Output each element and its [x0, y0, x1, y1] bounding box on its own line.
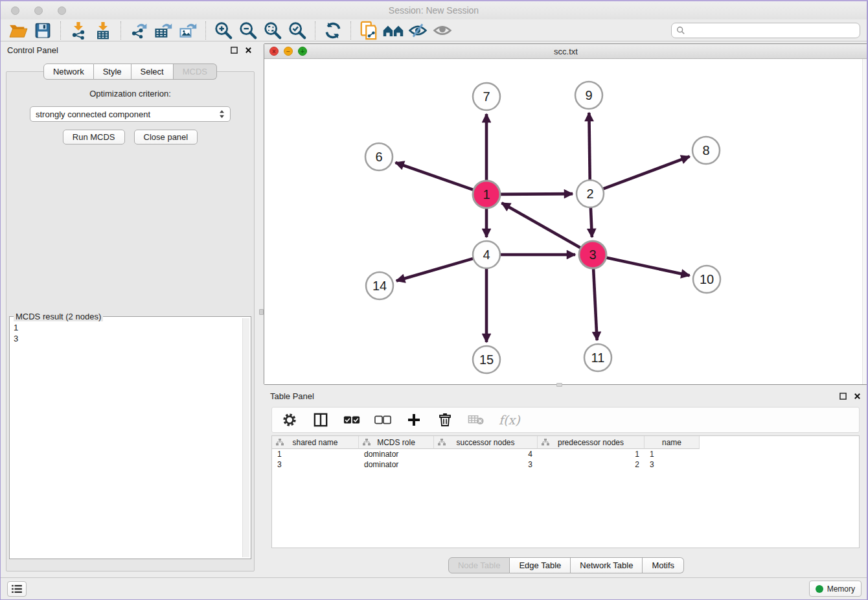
- optimization-criterion-label: Optimization criterion:: [6, 89, 254, 98]
- control-panel-tabs: NetworkStyleSelectMCDS: [1, 63, 260, 80]
- title-bar: Session: New Session: [1, 1, 867, 19]
- column-header-MCDS-role[interactable]: MCDS role: [359, 436, 434, 449]
- graph-edge-3-1[interactable]: [501, 203, 580, 248]
- tab-network[interactable]: Network: [43, 63, 94, 80]
- graph-edge-3-11[interactable]: [593, 268, 597, 340]
- zoom-out-icon[interactable]: [236, 20, 260, 41]
- table-cell: 3: [272, 459, 359, 470]
- first-neighbors-icon[interactable]: [381, 20, 405, 41]
- export-table-icon[interactable]: [151, 20, 176, 41]
- select-all-icon[interactable]: [343, 411, 360, 428]
- split-panel-icon[interactable]: [312, 411, 329, 428]
- graph-node-label: 10: [700, 272, 714, 286]
- graph-node-label: 3: [589, 248, 596, 262]
- graph-edge-2-9[interactable]: [589, 113, 589, 180]
- tab-node-table[interactable]: Node Table: [448, 557, 510, 573]
- graph-node-label: 15: [479, 352, 494, 367]
- graph-node-label: 2: [586, 187, 593, 201]
- status-bar: Memory: [1, 577, 867, 599]
- search-box[interactable]: [671, 23, 860, 38]
- control-panel: Control Panel NetworkStyleSelectMCDS Opt…: [1, 41, 260, 579]
- tab-motifs[interactable]: Motifs: [643, 557, 684, 573]
- network-vscrollbar[interactable]: [862, 59, 867, 384]
- table-cell: 2: [538, 459, 645, 470]
- export-image-icon[interactable]: [176, 20, 200, 41]
- memory-button[interactable]: Memory: [809, 581, 862, 597]
- close-panel-button[interactable]: Close panel: [134, 130, 198, 144]
- zoom-selected-icon[interactable]: [285, 20, 310, 41]
- node-table[interactable]: shared nameMCDS rolesuccessor nodesprede…: [271, 435, 860, 548]
- graph-edge-2-3[interactable]: [591, 207, 592, 237]
- criterion-select[interactable]: strongly connected component: [30, 106, 231, 122]
- table-settings-icon[interactable]: [281, 411, 298, 428]
- application-window: Session: New Session: [0, 0, 868, 600]
- table-toolbar: f(x): [271, 407, 860, 433]
- graph-edge-1-6[interactable]: [395, 163, 474, 190]
- graph-edge-2-8[interactable]: [603, 156, 690, 189]
- network-window-titlebar[interactable]: × − + scc.txt: [264, 44, 867, 59]
- save-session-icon[interactable]: [30, 20, 55, 41]
- function-builder-icon[interactable]: f(x): [499, 413, 520, 427]
- hide-selected-icon[interactable]: [405, 20, 430, 41]
- tab-style[interactable]: Style: [94, 63, 131, 80]
- table-panel-title: Table Panel: [270, 391, 314, 401]
- table-cell: 3: [434, 459, 538, 470]
- table-close-panel-icon[interactable]: [852, 391, 862, 401]
- graph-node-label: 7: [483, 89, 490, 104]
- export-network-icon[interactable]: [126, 20, 151, 41]
- open-session-icon[interactable]: [6, 20, 30, 41]
- horizontal-splitter-handle[interactable]: [556, 383, 562, 387]
- graph-edge-3-10[interactable]: [606, 257, 690, 275]
- mcds-result-scrollbar[interactable]: [242, 318, 249, 557]
- main-toolbar: [1, 19, 867, 41]
- table-cell: dominator: [359, 459, 434, 470]
- mcds-panel: Optimization criterion: strongly connect…: [6, 71, 255, 571]
- control-panel-title: Control Panel: [7, 45, 58, 55]
- float-panel-icon[interactable]: [229, 45, 239, 55]
- criterion-value: strongly connected component: [36, 110, 219, 119]
- graph-node-label: 6: [375, 150, 382, 164]
- task-history-button[interactable]: [7, 581, 27, 597]
- graph-edge-4-14[interactable]: [396, 259, 474, 281]
- zoom-in-icon[interactable]: [211, 20, 236, 41]
- table-row[interactable]: 3dominator323: [272, 459, 859, 470]
- network-window-title: scc.txt: [264, 47, 867, 56]
- run-mcds-button[interactable]: Run MCDS: [63, 130, 125, 144]
- duplicate-network-icon[interactable]: [356, 20, 381, 41]
- mcds-result-list[interactable]: 13: [11, 318, 242, 557]
- tab-select[interactable]: Select: [131, 63, 174, 80]
- memory-label: Memory: [827, 584, 855, 594]
- zoom-fit-icon[interactable]: [260, 20, 285, 41]
- column-header-predecessor-nodes[interactable]: predecessor nodes: [538, 436, 645, 449]
- column-header-shared-name[interactable]: shared name: [272, 436, 359, 449]
- mcds-result-line: 1: [14, 322, 240, 333]
- column-header-successor-nodes[interactable]: successor nodes: [434, 436, 538, 449]
- vertical-splitter-handle[interactable]: [259, 309, 264, 315]
- mcds-result-box: MCDS result (2 nodes) 13: [9, 316, 251, 559]
- mcds-result-line: 3: [14, 333, 240, 344]
- delete-table-icon[interactable]: [468, 411, 485, 428]
- import-table-icon[interactable]: [91, 20, 115, 41]
- apply-layout-icon[interactable]: [321, 20, 345, 41]
- table-float-panel-icon[interactable]: [838, 391, 848, 401]
- network-graph: 7968124314101511: [264, 59, 867, 384]
- search-input[interactable]: [689, 26, 860, 36]
- table-cell: dominator: [359, 449, 434, 459]
- table-body: 1dominator4113dominator323: [272, 449, 859, 470]
- tab-network-table[interactable]: Network Table: [571, 557, 643, 573]
- show-all-icon[interactable]: [430, 20, 455, 41]
- tab-edge-table[interactable]: Edge Table: [510, 557, 571, 573]
- add-column-icon[interactable]: [405, 411, 422, 428]
- graph-edge-1-2[interactable]: [500, 194, 573, 194]
- close-panel-icon[interactable]: [243, 45, 253, 55]
- column-header-name[interactable]: name: [645, 436, 700, 449]
- deselect-all-icon[interactable]: [374, 411, 391, 428]
- search-icon: [676, 26, 685, 35]
- table-row[interactable]: 1dominator411: [272, 449, 859, 459]
- list-icon: [11, 584, 23, 594]
- import-network-icon[interactable]: [66, 20, 91, 41]
- tab-mcds[interactable]: MCDS: [174, 63, 217, 80]
- delete-column-icon[interactable]: [437, 411, 453, 428]
- window-title: Session: New Session: [1, 1, 867, 19]
- network-canvas[interactable]: 7968124314101511: [264, 59, 867, 384]
